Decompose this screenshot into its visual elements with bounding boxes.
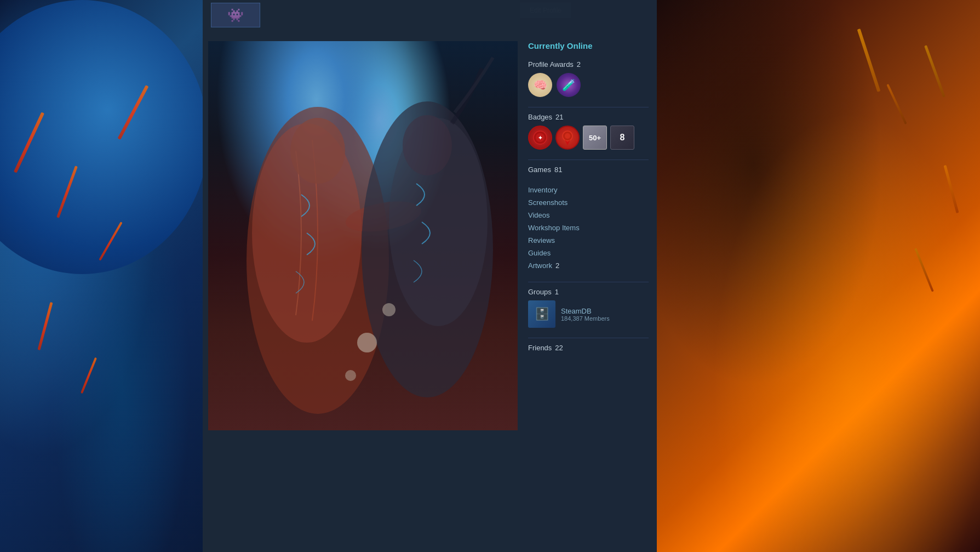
divider <box>528 338 649 338</box>
avatar-icon: 👾 <box>227 8 244 23</box>
groups-count: 1 <box>555 288 559 296</box>
svg-point-7 <box>357 333 377 352</box>
nav-link-inventory[interactable]: Inventory <box>528 184 649 196</box>
games-count: 81 <box>554 166 562 174</box>
friends-header: Friends 22 <box>528 344 649 352</box>
nav-link-screenshots[interactable]: Screenshots <box>528 196 649 209</box>
profile-awards-header: Profile Awards 2 <box>528 60 649 69</box>
nav-link-workshop[interactable]: Workshop Items <box>528 221 649 234</box>
groups-label: Groups <box>528 288 552 296</box>
badge-8-label: 8 <box>620 133 625 143</box>
friends-count: 22 <box>555 344 563 352</box>
group-members-steamdb: 184,387 Members <box>561 315 610 322</box>
divider <box>528 107 649 107</box>
svg-point-8 <box>382 303 396 316</box>
badges-count: 21 <box>555 113 563 121</box>
svg-point-14 <box>565 133 570 139</box>
games-section: Games 81 <box>528 166 649 174</box>
artwork-count: 2 <box>555 261 559 270</box>
nav-link-videos[interactable]: Videos <box>528 209 649 221</box>
badges-header: Badges 21 <box>528 113 649 121</box>
artwork-row: Artwork 2 <box>528 259 649 272</box>
groups-header: Groups 1 <box>528 288 649 296</box>
svg-text:✦: ✦ <box>538 135 543 141</box>
inventory-section-header <box>651 247 821 271</box>
groups-section: Groups 1 🗄️ SteamDB 184,387 Members <box>528 288 649 328</box>
games-label: Games <box>528 166 551 174</box>
friends-label: Friends <box>528 344 552 352</box>
group-item-steamdb[interactable]: 🗄️ SteamDB 184,387 Members <box>528 300 649 328</box>
svg-point-9 <box>345 370 356 381</box>
right-sidebar: Currently Online Profile Awards 2 🧠 🧪 Ba… <box>520 0 657 552</box>
streak-icon <box>886 84 907 124</box>
friends-section: Friends 22 <box>528 344 649 352</box>
steamdb-icon: 🗄️ <box>535 307 549 321</box>
svg-point-6 <box>403 115 452 175</box>
streak-icon <box>914 248 934 292</box>
profile-awards-count: 2 <box>577 60 581 69</box>
artwork-figures <box>208 41 518 430</box>
award-badge-2[interactable]: 🧪 <box>557 73 581 97</box>
left-background <box>0 0 203 552</box>
streak-icon <box>81 357 97 394</box>
streak-icon <box>943 165 959 213</box>
group-avatar-steamdb: 🗄️ <box>528 300 555 328</box>
badges-row: ✦ 50+ 8 <box>528 126 649 150</box>
nav-link-reviews[interactable]: Reviews <box>528 234 649 247</box>
nav-link-guides[interactable]: Guides <box>528 247 649 259</box>
profile-awards-label: Profile Awards <box>528 60 574 69</box>
group-name-steamdb[interactable]: SteamDB <box>561 307 610 315</box>
badge-50plus-label: 50+ <box>589 134 601 142</box>
divider <box>528 282 649 282</box>
nav-links-section: Inventory Screenshots Videos Workshop It… <box>528 184 649 272</box>
profile-awards-section: Profile Awards 2 🧠 🧪 <box>528 60 649 97</box>
streak-icon <box>924 45 945 98</box>
artwork-container <box>208 41 518 430</box>
divider <box>528 160 649 160</box>
group-info-steamdb: SteamDB 184,387 Members <box>561 307 610 322</box>
ribbon-badge-icon <box>560 130 575 145</box>
streak-icon <box>857 29 881 92</box>
award-badge-1[interactable]: 🧠 <box>528 73 552 97</box>
badges-section: Badges 21 ✦ 50+ 8 <box>528 113 649 150</box>
games-header: Games 81 <box>528 166 649 174</box>
svg-point-2 <box>290 118 345 184</box>
badge-50plus[interactable]: 50+ <box>583 126 607 150</box>
nav-link-artwork[interactable]: Artwork <box>528 259 552 272</box>
awards-row: 🧠 🧪 <box>528 73 649 97</box>
online-status: Currently Online <box>528 41 649 50</box>
avatar: 👾 <box>211 3 260 27</box>
streak-icon <box>37 302 53 350</box>
right-background <box>657 0 980 552</box>
wax-seal-icon: ✦ <box>532 130 548 145</box>
online-status-section: Currently Online <box>528 41 649 50</box>
badges-label: Badges <box>528 113 552 121</box>
badge-1[interactable]: ✦ <box>528 126 552 150</box>
badge-8[interactable]: 8 <box>610 126 634 150</box>
header-avatar-area: 👾 <box>208 0 301 30</box>
badge-2[interactable] <box>555 126 580 150</box>
